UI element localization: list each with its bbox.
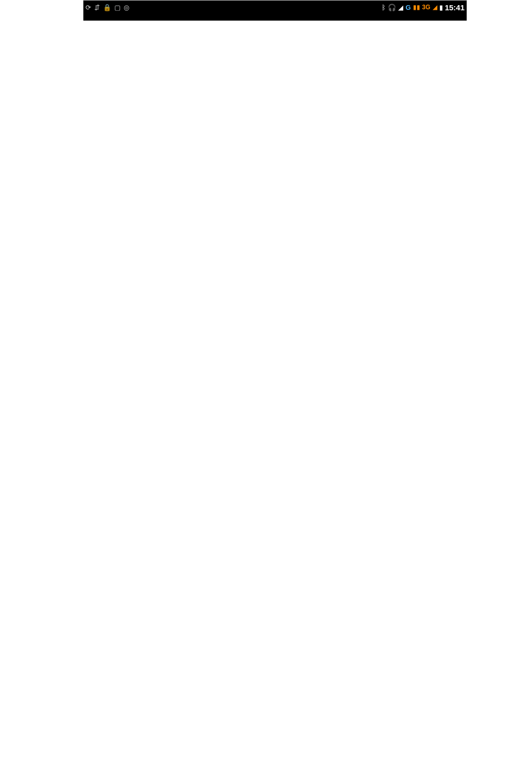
status-bar: ⟳ ⇵ 🔒 ▢ ◎ ᛒ 🎧 ◢ G ▮▮ 3G ◢ ▮ 15:41 bbox=[83, 1, 467, 14]
headphones-icon: 🎧 bbox=[388, 4, 396, 11]
threeg-label: 3G bbox=[422, 4, 431, 11]
wifi-signal-icon: ◢ bbox=[398, 4, 403, 11]
battery-icon: ▮ bbox=[439, 4, 443, 11]
wifi-icon: ⇵ bbox=[94, 4, 100, 11]
calculator-display bbox=[83, 14, 467, 21]
status-left-icons: ⟳ ⇵ 🔒 ▢ ◎ bbox=[85, 4, 129, 11]
screenshot-icon: ▢ bbox=[114, 4, 121, 11]
lock-icon: 🔒 bbox=[103, 4, 111, 11]
sync-icon: ⟳ bbox=[85, 4, 91, 11]
target-icon: ◎ bbox=[124, 4, 129, 11]
cell-signal-icon: ◢ bbox=[433, 4, 437, 11]
bluetooth-icon: ᛒ bbox=[382, 4, 386, 11]
status-clock: 15:41 bbox=[445, 3, 465, 12]
calculator-screenshot: ⟳ ⇵ 🔒 ▢ ◎ ᛒ 🎧 ◢ G ▮▮ 3G ◢ ▮ 15:41 bbox=[83, 0, 467, 21]
signal-bars-icon: ▮▮ bbox=[413, 4, 420, 11]
status-right-icons: ᛒ 🎧 ◢ G ▮▮ 3G ◢ ▮ 15:41 bbox=[382, 3, 465, 12]
g-label: G bbox=[405, 4, 410, 11]
